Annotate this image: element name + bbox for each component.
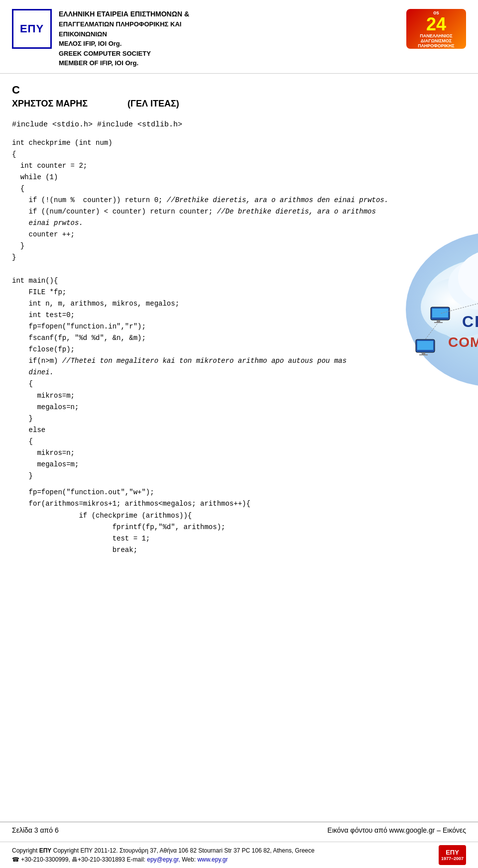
org-text: ΕΛΛΗΝΙΚΗ ΕΤΑΙΡΕΙΑ ΕΠΙΣΤΗΜΟΝΩΝ & ΕΠΑΓΓΕΛΜ… xyxy=(59,9,189,68)
email-link[interactable]: epy@epy.gr, xyxy=(147,856,180,863)
svg-text:COMPUTING: COMPUTING xyxy=(448,334,478,350)
code-block-main2: fp=fopen("function.out","w+"); for(arith… xyxy=(12,487,462,556)
svg-rect-21 xyxy=(422,352,425,354)
image-credit: Εικόνα φόντου από www.google.gr – Εικόνε… xyxy=(328,826,466,834)
svg-rect-22 xyxy=(419,354,428,355)
email-label: E-mail: xyxy=(127,856,145,863)
org-logo: ΕΠΥ xyxy=(12,9,52,49)
copyright-bar: Copyright ΕΠΥ Copyright ΕΠΥ 2011-12. Στο… xyxy=(0,842,478,868)
content-grid: int checkprime (int num) { int counter =… xyxy=(12,137,462,482)
org-line3: ΕΠΙΚΟΙΝΩΝΙΩΝ xyxy=(59,29,189,39)
org-line1: ΕΛΛΗΝΙΚΗ ΕΤΑΙΡΕΙΑ ΕΠΙΣΤΗΜΟΝΩΝ & xyxy=(59,9,189,19)
org-line4: ΜΕΛΟΣ IFIP, IOI Org. xyxy=(59,39,189,49)
cloud-computing-svg: CLOUD COMPUTING xyxy=(401,230,478,389)
org-line5: GREEK COMPUTER SOCIETY xyxy=(59,49,189,59)
code-block-checkprime: int checkprime (int num) { int counter =… xyxy=(12,137,388,482)
badge-area: os 24 ΠΑΝΕΛΛΗΝΙΟΣ ΔΙΑΓΩΝΙΣΜΟΣ ΠΛΗΡΟΦΟΡΙΚ… xyxy=(406,9,466,49)
web-label: Web: xyxy=(182,856,196,863)
copyright-line2: ☎ +30-210-3300999, 🖷+30-210-3301893 E-ma… xyxy=(12,855,434,864)
copyright-line1: Copyright ΕΠΥ Copyright ΕΠΥ 2011-12. Στο… xyxy=(12,846,434,855)
main-content: C ΧΡΗΣΤΟΣ ΜΑΡΗΣ (ΓΕΛ ΙΤΕΑΣ) #include <st… xyxy=(0,74,478,571)
org-info: ΕΠΥ ΕΛΛΗΝΙΚΗ ΕΤΑΙΡΕΙΑ ΕΠΙΣΤΗΜΟΝΩΝ & ΕΠΑΓ… xyxy=(12,9,189,68)
badge-line1: ΠΑΝΕΛΛΗΝΙΟΣ xyxy=(420,33,452,38)
subtitle: ΧΡΗΣΤΟΣ ΜΑΡΗΣ (ΓΕΛ ΙΤΕΑΣ) xyxy=(12,99,462,109)
footer-bar: Σελίδα 3 από 6 Εικόνα φόντου από www.goo… xyxy=(0,822,478,838)
svg-rect-12 xyxy=(432,309,448,318)
school-name: (ΓΕΛ ΙΤΕΑΣ) xyxy=(127,99,179,109)
author-name: ΧΡΗΣΤΟΣ ΜΑΡΗΣ xyxy=(12,99,88,109)
svg-rect-20 xyxy=(417,341,433,350)
web-link[interactable]: www.epy.gr xyxy=(197,856,228,863)
org-line6: MEMBER OF IFIP, IOI Org. xyxy=(59,58,189,68)
copyright-text-block: Copyright ΕΠΥ Copyright ΕΠΥ 2011-12. Στο… xyxy=(12,846,434,864)
phone-label: ☎ +30-210-3300999, xyxy=(12,856,70,863)
contest-badge: os 24 ΠΑΝΕΛΛΗΝΙΟΣ ΔΙΑΓΩΝΙΣΜΟΣ ΠΛΗΡΟΦΟΡΙΚ… xyxy=(406,9,466,49)
page-info: Σελίδα 3 από 6 xyxy=(12,826,59,834)
epe-footer-logo: ΕΠΥ 1977–2007 xyxy=(439,845,466,865)
page-title: C xyxy=(12,84,462,97)
cloud-image: CLOUD COMPUTING xyxy=(398,137,478,482)
page-header: ΕΠΥ ΕΛΛΗΝΙΚΗ ΕΤΑΙΡΕΙΑ ΕΠΙΣΤΗΜΟΝΩΝ & ΕΠΑΓ… xyxy=(0,0,478,74)
badge-line2: ΔΙΑΓΩΝΙΣΜΟΣ xyxy=(421,38,452,43)
svg-text:CLOUD: CLOUD xyxy=(462,313,478,330)
fax-label: 🖷+30-210-3301893 xyxy=(72,856,125,863)
badge-number: 24 xyxy=(426,15,446,33)
code-includes: #include <stdio.h> #include <stdlib.h> xyxy=(12,118,462,131)
badge-line3: ΠΛΗΡΟΦΟΡΙΚΗΣ xyxy=(418,43,454,48)
org-line2: ΕΠΑΓΓΕΛΜΑΤΙΩΝ ΠΛΗΡΟΦΟΡΙΚΗΣ ΚΑΙ xyxy=(59,19,189,29)
